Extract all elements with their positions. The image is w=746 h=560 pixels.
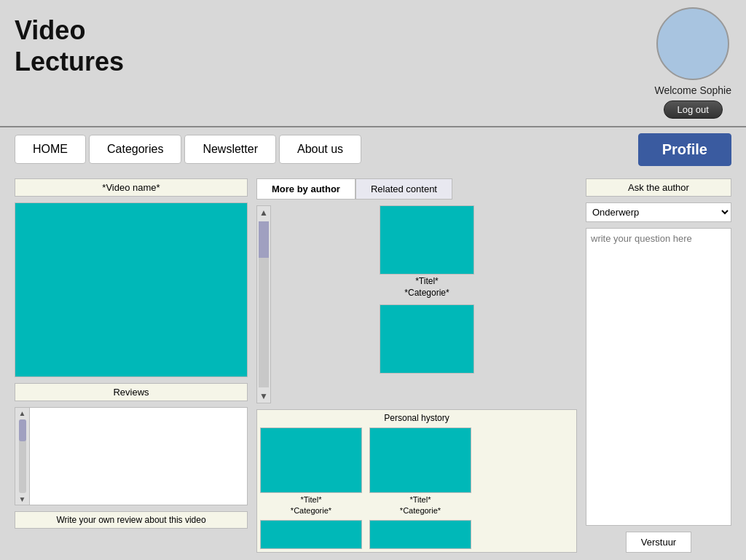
video-card-2 (277, 304, 577, 374)
history-thumb-1[interactable] (260, 427, 362, 493)
nav-profile[interactable]: Profile (638, 133, 731, 166)
scroll-up-arrow[interactable]: ▲ (19, 409, 26, 417)
video-thumb-2[interactable] (380, 304, 474, 374)
nav-categories[interactable]: Categories (89, 135, 181, 164)
tab-more-by-author[interactable]: More by author (256, 178, 356, 200)
history-thumb-small-1[interactable] (260, 520, 362, 549)
mid-scroll-down[interactable]: ▼ (258, 390, 270, 403)
logo-line2: Lectures (15, 47, 124, 76)
nav-bar: HOME Categories Newsletter About us Prof… (0, 127, 746, 171)
nav-about-us[interactable]: About us (279, 135, 361, 164)
question-textarea[interactable] (586, 228, 731, 526)
personal-history: Personal hystory *Titel* *Categorie* *Ti… (256, 409, 577, 553)
nav-newsletter[interactable]: Newsletter (184, 135, 276, 164)
history-thumb-2[interactable] (369, 427, 471, 493)
video-thumb-1[interactable] (380, 205, 474, 275)
history-label-2: *Titel* *Categorie* (400, 494, 441, 516)
ask-author-label: Ask the author (586, 178, 731, 197)
user-area: Welcome Sophie Log out (654, 7, 731, 119)
scroll-track (19, 419, 26, 493)
tabs-row: More by author Related content (256, 178, 577, 200)
history-card-1: *Titel* *Categorie* (260, 427, 362, 516)
personal-history-label: Personal hystory (260, 413, 573, 423)
logo-text: Video Lectures (15, 15, 124, 77)
nav-home[interactable]: HOME (15, 135, 86, 164)
scroll-down-arrow[interactable]: ▼ (19, 495, 26, 503)
mid-scroll-up[interactable]: ▲ (258, 206, 270, 219)
scroll-thumb (19, 419, 26, 441)
mid-scroll-thumb (259, 221, 269, 258)
history-thumb-small-2[interactable] (369, 520, 471, 549)
logo-area: Video Lectures (15, 7, 124, 77)
header: Video Lectures Welcome Sophie Log out (0, 0, 746, 127)
history-card-2: *Titel* *Categorie* (369, 427, 471, 516)
middle-column: More by author Related content ▲ ▼ *Tite… (256, 178, 577, 553)
history-label-1: *Titel* *Categorie* (291, 494, 331, 516)
reviews-content (30, 408, 247, 505)
main-content: *Video name* Reviews ▲ ▼ Write your own … (0, 171, 746, 560)
write-review-label[interactable]: Write your own review about this video (15, 511, 248, 529)
video-card-1-title: *Titel* *Categorie* (404, 276, 449, 299)
reviews-box: ▲ ▼ (15, 407, 248, 505)
avatar (656, 7, 729, 80)
mid-scroll-track (259, 221, 269, 387)
reviews-label: Reviews (15, 383, 248, 401)
reviews-scrollbar: ▲ ▼ (15, 408, 30, 505)
logout-button[interactable]: Log out (664, 100, 723, 119)
mid-scrollbar: ▲ ▼ (256, 205, 271, 403)
right-column: Ask the author Onderwerp Optie 1 Optie 2… (586, 178, 731, 553)
video-name-label: *Video name* (15, 178, 248, 197)
left-column: *Video name* Reviews ▲ ▼ Write your own … (15, 178, 248, 553)
welcome-text: Welcome Sophie (654, 84, 731, 96)
history-more-row (260, 520, 573, 549)
history-row: *Titel* *Categorie* *Titel* *Categorie* (260, 427, 573, 516)
mid-main-area: ▲ ▼ *Titel* *Categorie* (256, 205, 577, 403)
video-list: *Titel* *Categorie* (277, 205, 577, 403)
video-player[interactable] (15, 202, 248, 377)
video-card-1: *Titel* *Categorie* (277, 205, 577, 299)
verstuur-button[interactable]: Verstuur (626, 532, 691, 553)
logo-line1: Video (15, 15, 85, 45)
onderwerp-select[interactable]: Onderwerp Optie 1 Optie 2 (586, 202, 731, 222)
tab-related-content[interactable]: Related content (356, 178, 452, 200)
